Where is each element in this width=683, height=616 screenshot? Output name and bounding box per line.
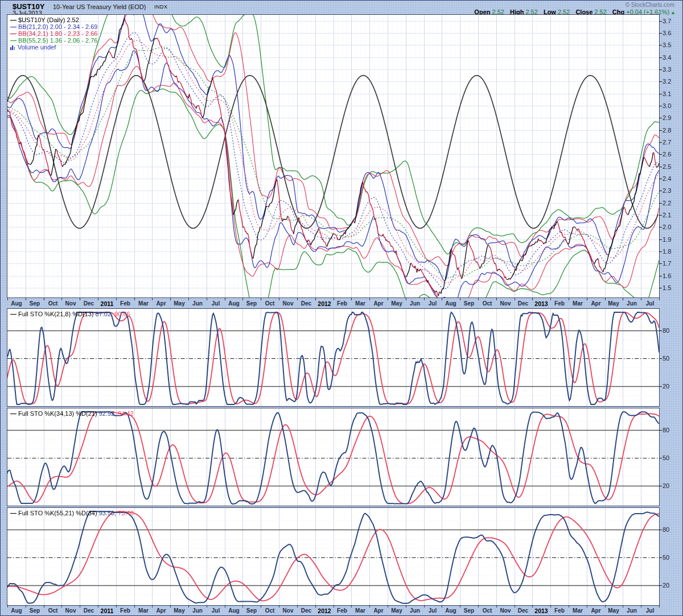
month-tick <box>61 298 62 300</box>
month-tick <box>315 605 316 607</box>
month-label: Oct <box>48 607 58 614</box>
main-y-tick <box>659 130 662 131</box>
month-tick <box>225 605 225 607</box>
month-label: Dec <box>518 607 528 614</box>
stoch-y-tick <box>659 386 662 387</box>
month-tick <box>496 605 497 607</box>
month-label: Sep <box>464 300 474 307</box>
month-tick <box>242 605 243 607</box>
month-label: Apr <box>591 300 600 307</box>
month-label: Jul <box>646 300 654 307</box>
main-y-tick <box>659 33 662 34</box>
month-label: Jun <box>192 300 203 307</box>
month-label: Aug <box>445 607 456 614</box>
month-tick <box>152 605 153 607</box>
month-label: Feb <box>120 300 130 307</box>
sto2-d-value: 94.42 <box>118 410 134 417</box>
month-tick <box>134 298 135 300</box>
month-tick <box>152 298 153 300</box>
month-tick <box>80 298 80 300</box>
stochastic-3-legend: —Full STO %K(55,21) %D(34) 93.50, 73.40 <box>10 510 134 516</box>
main-y-tick-label: 2.2 <box>663 200 671 206</box>
sto2-label: Full STO %K(34,13) %D(21) <box>18 410 97 417</box>
month-label: Oct <box>483 607 492 614</box>
sto3-swatch: — <box>10 510 17 516</box>
stochastic-panel-3: —Full STO %K(55,21) %D(34) 93.50, 73.40 <box>7 507 660 606</box>
month-tick <box>515 605 515 607</box>
main-y-tick-label: 3.2 <box>663 78 671 85</box>
month-label: Jun <box>410 300 420 307</box>
main-y-tick <box>659 57 662 58</box>
month-tick <box>315 298 316 300</box>
copyright-label: © StockCharts.com <box>626 2 674 8</box>
month-tick <box>532 605 533 607</box>
chart-title: 10-Year US Treasury Yield (EOD) <box>53 3 146 10</box>
main-y-tick-label: 1.7 <box>663 260 671 267</box>
sto1-swatch: — <box>10 311 17 317</box>
main-y-tick-label: 2.9 <box>663 114 671 121</box>
month-tick <box>406 298 406 300</box>
main-y-tick <box>659 106 662 106</box>
stoch-y-tick-label: 50 <box>663 355 669 362</box>
month-tick <box>460 605 460 607</box>
main-y-tick-label: 2.8 <box>663 127 671 134</box>
stoch-y-tick <box>659 458 662 458</box>
month-label: Dec <box>301 300 311 307</box>
main-y-tick-label: 1.5 <box>663 284 671 291</box>
month-tick <box>587 298 587 300</box>
main-y-tick-label: 1.8 <box>663 248 671 255</box>
main-y-tick <box>659 263 662 264</box>
month-label: Mar <box>355 300 365 307</box>
main-y-tick-label: 2.1 <box>663 212 671 218</box>
month-tick <box>7 605 8 607</box>
month-tick <box>369 605 370 607</box>
stoch-y-tick-label: 50 <box>663 554 669 561</box>
month-tick <box>587 605 587 607</box>
month-label: May <box>391 607 402 614</box>
month-tick <box>388 605 388 607</box>
bb55-swatch: — <box>10 37 17 44</box>
month-tick <box>188 605 189 607</box>
month-label: Dec <box>84 300 94 307</box>
month-label: Apr <box>373 607 383 614</box>
month-tick <box>261 298 261 300</box>
main-y-tick <box>659 215 662 216</box>
stoch-y-tick-label: 80 <box>663 526 669 533</box>
month-label: Mar <box>573 607 583 614</box>
main-y-tick <box>659 167 662 167</box>
month-label: 2012 <box>318 300 331 307</box>
month-tick <box>550 605 551 607</box>
main-y-tick <box>659 94 662 94</box>
month-tick <box>442 298 442 300</box>
stoch-y-tick-label: 50 <box>663 454 669 461</box>
month-tick <box>641 298 641 300</box>
legend-bb21-row: —BB(21,2.0) 2.00 - 2.34 - 2.69 <box>10 24 97 31</box>
month-label: 2013 <box>534 300 548 307</box>
main-y-tick-label: 2.7 <box>663 139 671 146</box>
month-tick <box>170 605 171 607</box>
month-label: Oct <box>265 607 275 614</box>
month-label: Jul <box>429 300 437 307</box>
month-label: Jun <box>627 607 637 614</box>
main-y-tick-label: 3.4 <box>663 54 671 61</box>
month-tick <box>7 298 8 300</box>
month-label: 2011 <box>101 300 114 307</box>
main-y-tick <box>659 45 662 46</box>
month-label: Feb <box>120 607 130 614</box>
month-tick <box>116 298 117 300</box>
month-label: Aug <box>228 300 239 307</box>
month-tick <box>388 298 388 300</box>
sto2-k-value: 92.92, <box>99 410 117 417</box>
legend-price-text: $UST10Y (Daily) 2.52 <box>18 16 79 23</box>
month-label: Jul <box>646 607 654 614</box>
main-y-tick-label: 1.9 <box>663 236 671 243</box>
month-label: May <box>608 607 619 614</box>
month-tick <box>351 298 352 300</box>
month-label: Nov <box>283 300 294 307</box>
month-tick <box>532 298 533 300</box>
x-axis-months-top: AugSepOctNovDec2011FebMarAprMayJunJulAug… <box>1 298 683 308</box>
month-tick <box>334 298 334 300</box>
month-label: Sep <box>30 607 40 614</box>
month-label: Jun <box>410 607 420 614</box>
month-label: Mar <box>355 607 365 614</box>
